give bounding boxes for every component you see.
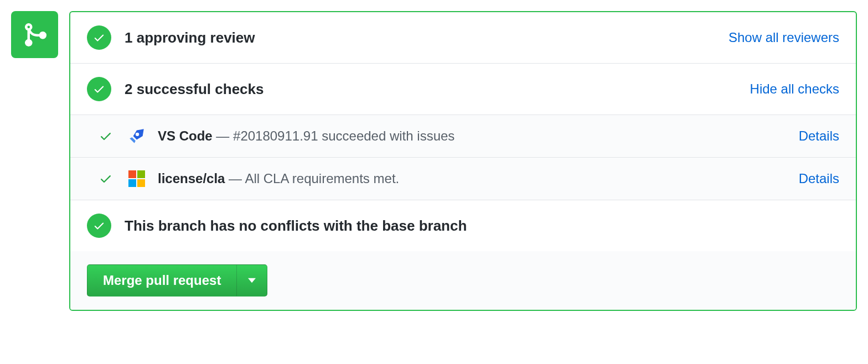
check-name: VS Code (158, 128, 213, 143)
check-item-vscode: VS Code — #20180911.91 succeeded with is… (70, 115, 856, 158)
svg-point-0 (136, 133, 139, 136)
check-circle-icon (87, 25, 111, 50)
checks-title: 2 successful checks (125, 81, 750, 98)
check-circle-icon (87, 214, 111, 238)
merge-status-badge (11, 11, 58, 58)
merge-panel-container: 1 approving review Show all reviewers 2 … (11, 11, 857, 311)
reviews-section: 1 approving review Show all reviewers (70, 12, 856, 64)
checks-section: 2 successful checks Hide all checks (70, 64, 856, 115)
conflicts-section: This branch has no conflicts with the ba… (70, 200, 856, 251)
check-text: VS Code — #20180911.91 succeeded with is… (158, 128, 799, 144)
azure-pipelines-icon (127, 126, 147, 146)
merge-dropdown-button[interactable] (237, 264, 267, 297)
merge-footer: Merge pull request (70, 251, 856, 310)
check-icon (98, 171, 113, 186)
check-description: #20180911.91 succeeded with issues (233, 128, 454, 143)
reviews-title: 1 approving review (125, 29, 728, 46)
check-text: license/cla — All CLA requirements met. (158, 171, 799, 186)
merge-status-card: 1 approving review Show all reviewers 2 … (69, 11, 857, 311)
check-circle-icon (87, 77, 111, 101)
check-icon (98, 128, 113, 144)
check-separator: — (213, 128, 233, 143)
git-merge-icon (22, 22, 48, 48)
conflicts-title: This branch has no conflicts with the ba… (125, 217, 839, 235)
check-separator: — (225, 171, 245, 186)
merge-pull-request-button[interactable]: Merge pull request (87, 264, 237, 297)
check-details-link[interactable]: Details (799, 128, 839, 144)
microsoft-logo-icon (127, 169, 147, 189)
check-item-license-cla: license/cla — All CLA requirements met. … (70, 158, 856, 200)
show-reviewers-link[interactable]: Show all reviewers (728, 30, 839, 45)
check-details-link[interactable]: Details (799, 171, 839, 186)
caret-down-icon (248, 278, 256, 283)
merge-button-group: Merge pull request (87, 264, 267, 297)
check-description: All CLA requirements met. (245, 171, 399, 186)
check-name: license/cla (158, 171, 225, 186)
hide-checks-link[interactable]: Hide all checks (750, 81, 839, 97)
